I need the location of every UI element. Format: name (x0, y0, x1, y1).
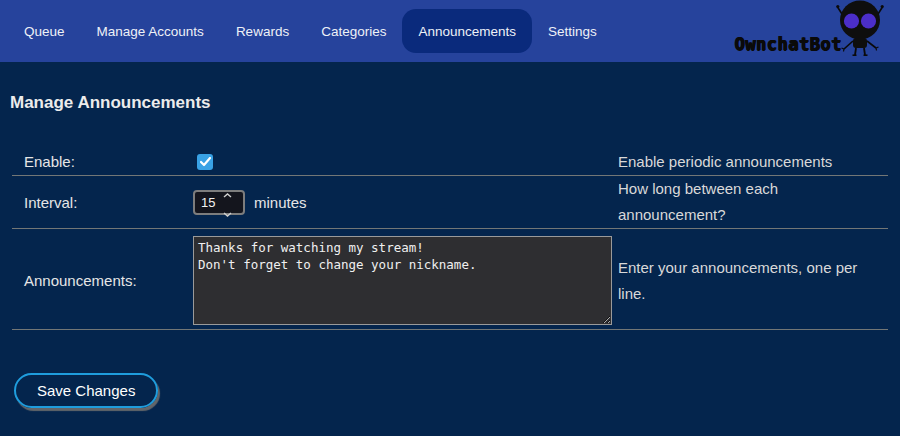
interval-stepper[interactable] (193, 190, 245, 215)
interval-unit-label: minutes (254, 194, 307, 211)
top-navbar: Queue Manage Accounts Rewards Categories… (0, 0, 900, 62)
announcements-help-text: Enter your announcements, one per line. (618, 255, 888, 307)
enable-label: Enable: (12, 153, 193, 170)
interval-control-cell: minutes (193, 190, 618, 215)
brand-name: OwnchatBot (735, 34, 842, 54)
save-changes-button[interactable]: Save Changes (14, 373, 158, 408)
page-title: Manage Announcements (10, 93, 900, 113)
robot-mascot-icon (836, 0, 884, 60)
interval-help-text: How long between each announcement? (618, 176, 888, 228)
interval-label: Interval: (12, 194, 193, 211)
enable-control-cell (193, 154, 618, 170)
nav-item-categories[interactable]: Categories (305, 9, 402, 53)
chevron-down-icon[interactable] (223, 203, 232, 221)
form-row-interval: Interval: minutes How long between each … (12, 176, 888, 229)
nav-item-rewards[interactable]: Rewards (220, 9, 305, 53)
enable-help-text: Enable periodic announcements (618, 149, 888, 175)
interval-input[interactable] (195, 195, 223, 210)
nav-item-settings[interactable]: Settings (532, 9, 613, 53)
brand-logo: OwnchatBot (735, 0, 884, 62)
nav-item-announcements[interactable]: Announcements (402, 9, 532, 53)
announcements-control-cell: Thanks for watching my stream! Don't for… (193, 236, 618, 325)
form-row-announcements: Announcements: Thanks for watching my st… (12, 229, 888, 330)
interval-spinner[interactable] (223, 184, 232, 221)
enable-checkbox[interactable] (197, 154, 213, 170)
nav-item-queue[interactable]: Queue (8, 9, 81, 53)
form-row-enable: Enable: Enable periodic announcements (12, 148, 888, 176)
announcements-form: Enable: Enable periodic announcements In… (12, 148, 888, 330)
nav-item-manage-accounts[interactable]: Manage Accounts (81, 9, 220, 53)
announcements-textarea[interactable]: Thanks for watching my stream! Don't for… (193, 236, 612, 325)
announcements-label: Announcements: (12, 272, 193, 289)
chevron-up-icon[interactable] (223, 184, 232, 202)
checkmark-icon (200, 153, 211, 171)
